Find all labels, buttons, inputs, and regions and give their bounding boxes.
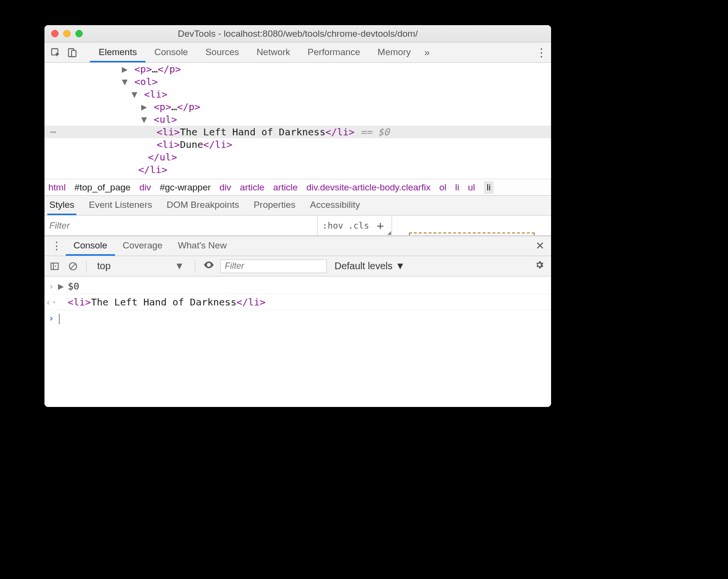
console-prompt-row[interactable]: ›	[44, 310, 551, 326]
styles-toolbar: :hov .cls +	[44, 216, 551, 236]
elements-dom-tree[interactable]: ▶ <p>…</p> ▼ <ol> ▼ <li> ▶ <p>…</p> ▼ <u…	[44, 63, 551, 179]
drawer-close-button[interactable]: ✕	[532, 240, 548, 252]
output-chevron-icon: ‹·	[44, 295, 58, 309]
text-cursor	[59, 314, 59, 324]
window-title: DevTools - localhost:8080/web/tools/chro…	[44, 29, 551, 39]
elements-sidebar-tabs: Styles Event Listeners DOM Breakpoints P…	[44, 195, 551, 216]
styles-filter-input[interactable]	[44, 216, 317, 235]
dom-node[interactable]: ▼ <ol>	[44, 75, 551, 88]
styles-toggle-group: :hov .cls +	[317, 216, 392, 235]
dom-node[interactable]: ▼ <li>	[44, 88, 551, 101]
input-chevron-icon: ›	[44, 279, 58, 293]
console-row-input[interactable]: › ▶ $0	[44, 278, 551, 294]
subtab-properties[interactable]: Properties	[252, 196, 298, 215]
chevron-down-icon: ▼	[175, 261, 184, 272]
breadcrumb-item[interactable]: #top_of_page	[74, 182, 131, 193]
tab-elements[interactable]: Elements	[90, 43, 146, 62]
prompt-chevron-icon: ›	[44, 311, 58, 325]
execution-context-select[interactable]: top ▼	[92, 261, 189, 272]
breadcrumb-item[interactable]: article	[240, 182, 264, 193]
console-toolbar: top ▼ Default levels ▼	[44, 256, 551, 276]
subtab-accessibility[interactable]: Accessibility	[308, 196, 362, 215]
subtab-dom-breakpoints[interactable]: DOM Breakpoints	[165, 196, 241, 215]
title-bar: DevTools - localhost:8080/web/tools/chro…	[44, 25, 551, 43]
selected-line-actions-icon[interactable]: ⋯	[44, 126, 56, 138]
subtab-event-listeners[interactable]: Event Listeners	[87, 196, 154, 215]
tab-sources[interactable]: Sources	[197, 43, 248, 62]
breadcrumb-item[interactable]: li	[455, 182, 459, 193]
svg-line-6	[71, 264, 75, 269]
subtab-styles[interactable]: Styles	[47, 196, 76, 215]
live-expression-icon[interactable]	[201, 259, 217, 273]
tab-console[interactable]: Console	[146, 43, 197, 62]
console-result: <li>The Left Hand of Darkness</li>	[58, 295, 551, 309]
box-model-preview	[392, 216, 551, 235]
settings-menu-icon[interactable]: ⋮	[535, 46, 548, 59]
tab-performance[interactable]: Performance	[299, 43, 369, 62]
inspect-element-icon[interactable]	[47, 44, 64, 61]
console-output[interactable]: › ▶ $0 ‹· <li>The Left Hand of Darkness<…	[44, 276, 551, 407]
log-levels-select[interactable]: Default levels ▼	[331, 261, 409, 272]
breadcrumb-item[interactable]: div	[139, 182, 151, 193]
breadcrumb-item[interactable]: div.devsite-article-body.clearfix	[306, 182, 431, 193]
context-label: top	[97, 261, 111, 272]
devtools-window: DevTools - localhost:8080/web/tools/chro…	[44, 25, 551, 407]
clear-console-icon[interactable]	[66, 259, 80, 274]
dom-node[interactable]: </ul>	[44, 151, 551, 163]
breadcrumb-item[interactable]: article	[273, 182, 298, 193]
more-tabs-icon[interactable]: »	[424, 47, 430, 58]
console-settings-icon[interactable]	[531, 260, 548, 272]
console-input[interactable]	[58, 311, 551, 325]
dom-node[interactable]: <li>Dune</li>	[44, 138, 551, 151]
box-model-margin	[409, 232, 535, 235]
console-sidebar-toggle-icon[interactable]	[47, 259, 62, 274]
toggle-hov-button[interactable]: :hov	[322, 220, 343, 231]
svg-rect-2	[72, 50, 76, 57]
dom-breadcrumb: html #top_of_page div #gc-wrapper div ar…	[44, 179, 551, 195]
breadcrumb-item[interactable]: div	[219, 182, 231, 193]
device-toolbar-icon[interactable]	[64, 44, 80, 61]
console-row-output[interactable]: ‹· <li>The Left Hand of Darkness</li>	[44, 294, 551, 310]
drawer-menu-icon[interactable]: ⋮	[51, 240, 62, 252]
dom-node-selected[interactable]: ⋯<li>The Left Hand of Darkness</li> == $…	[44, 126, 551, 138]
svg-point-7	[208, 264, 210, 266]
drawer-tab-coverage[interactable]: Coverage	[115, 236, 170, 256]
breadcrumb-item[interactable]: ul	[468, 182, 475, 193]
drawer-tabs: ⋮ Console Coverage What's New ✕	[44, 236, 551, 256]
chevron-down-icon: ▼	[395, 261, 405, 272]
resize-corner-icon[interactable]	[387, 231, 391, 235]
drawer-tab-console[interactable]: Console	[66, 236, 115, 256]
new-style-rule-button[interactable]: +	[374, 219, 387, 232]
toggle-cls-button[interactable]: .cls	[348, 220, 369, 231]
tab-network[interactable]: Network	[248, 43, 299, 62]
console-filter-input[interactable]	[220, 260, 327, 273]
divider	[195, 261, 195, 272]
dom-node[interactable]: ▼ <ul>	[44, 113, 551, 126]
drawer-tab-whats-new[interactable]: What's New	[170, 236, 234, 256]
dom-node[interactable]: </li>	[44, 163, 551, 176]
divider	[86, 261, 87, 272]
breadcrumb-item[interactable]: #gc-wrapper	[160, 182, 211, 193]
console-expression: $0	[68, 279, 551, 293]
expand-toggle-icon[interactable]: ▶	[58, 279, 68, 293]
svg-rect-3	[51, 263, 58, 269]
dom-node[interactable]: ▶ <p>…</p>	[44, 63, 551, 75]
breadcrumb-item[interactable]: html	[48, 182, 66, 193]
tab-memory[interactable]: Memory	[369, 43, 420, 62]
breadcrumb-item-selected[interactable]: li	[484, 181, 494, 194]
breadcrumb-item[interactable]: ol	[439, 182, 447, 193]
main-tabs: Elements Console Sources Network Perform…	[90, 43, 420, 62]
main-toolbar: Elements Console Sources Network Perform…	[44, 43, 551, 63]
dom-node[interactable]: ▶ <p>…</p>	[44, 101, 551, 113]
